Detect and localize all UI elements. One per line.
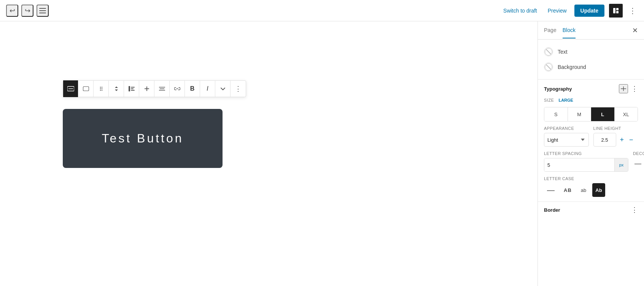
svg-rect-17	[131, 88, 134, 89]
letterspacing-decoration-row: LETTER SPACING px DECORATION — U S	[544, 151, 638, 172]
letter-spacing-input-wrap: px	[544, 158, 628, 172]
tab-block[interactable]: Block	[563, 22, 576, 38]
size-buttons-group: S M L XL	[544, 107, 638, 121]
toolbar-add[interactable]	[139, 80, 154, 97]
test-button-text: Test Button	[102, 131, 183, 145]
svg-point-13	[100, 90, 100, 91]
line-height-col: LINE HEIGHT + −	[593, 126, 638, 147]
tab-page[interactable]: Page	[544, 22, 557, 38]
size-btn-s[interactable]: S	[544, 107, 568, 121]
toolbar-italic[interactable]: I	[200, 80, 215, 97]
svg-rect-18	[131, 90, 135, 91]
appearance-lineheight-row: APPEARANCE Light Regular Medium Bold LIN…	[544, 126, 638, 147]
svg-rect-2	[39, 13, 46, 13]
background-color-swatch[interactable]	[544, 62, 553, 72]
main-content: B I ⋮ Test Button Page Block ✕	[0, 21, 644, 286]
letter-spacing-unit: px	[614, 158, 628, 171]
more-options-button[interactable]: ⋮	[627, 5, 638, 17]
case-none-button[interactable]: —	[544, 183, 558, 197]
preview-button[interactable]: Preview	[545, 5, 570, 16]
size-value: LARGE	[558, 98, 573, 102]
toolbar-right: Switch to draft Preview Update ⋮	[500, 4, 638, 18]
decoration-none-button[interactable]: —	[633, 158, 643, 169]
size-btn-xl[interactable]: XL	[615, 107, 638, 121]
toolbar-up-down[interactable]	[109, 80, 124, 97]
svg-rect-0	[39, 8, 46, 9]
typography-section: Typography ⋮ SIZE LARGE S	[538, 80, 644, 202]
decoration-col: DECORATION — U S	[633, 151, 644, 172]
line-height-control: + −	[593, 133, 638, 147]
decoration-label: DECORATION	[633, 151, 644, 156]
appearance-col: APPEARANCE Light Regular Medium Bold	[544, 126, 589, 147]
sidebar-tabs: Page Block ✕	[538, 21, 644, 40]
toolbar-align[interactable]	[154, 80, 170, 97]
svg-rect-4	[616, 8, 619, 10]
svg-rect-5	[616, 11, 619, 13]
color-text-item: Text	[544, 44, 638, 59]
letter-spacing-label: LETTER SPACING	[544, 151, 628, 156]
svg-rect-8	[83, 87, 89, 91]
border-more-button[interactable]: ⋮	[631, 206, 638, 213]
case-buttons: — AB ab Ab	[544, 183, 638, 197]
toolbar-more-block[interactable]: ⋮	[231, 80, 246, 97]
svg-point-11	[100, 88, 100, 89]
svg-point-10	[101, 87, 102, 88]
line-height-input[interactable]	[593, 133, 616, 147]
letter-spacing-col: LETTER SPACING px	[544, 151, 628, 172]
typography-reset-button[interactable]	[619, 84, 628, 93]
color-text-label: Text	[558, 49, 568, 55]
update-button[interactable]: Update	[574, 5, 604, 17]
toolbar-link[interactable]	[170, 80, 185, 97]
border-header: Border ⋮	[544, 206, 638, 213]
toolbar-button-style[interactable]	[78, 80, 94, 97]
border-title: Border	[544, 207, 560, 213]
color-background-item: Background	[544, 59, 638, 75]
undo-button[interactable]: ↩	[6, 5, 18, 17]
color-background-label: Background	[558, 64, 586, 70]
top-bar: ↩ ↪ Switch to draft Preview Update ⋮	[0, 0, 644, 21]
case-lowercase-button[interactable]: ab	[578, 183, 589, 197]
typography-header: Typography ⋮	[544, 84, 638, 93]
svg-rect-1	[39, 10, 46, 11]
line-height-increase-button[interactable]: +	[619, 136, 626, 144]
svg-point-12	[101, 88, 102, 89]
letter-case-label: LETTER CASE	[544, 176, 638, 181]
canvas: B I ⋮ Test Button	[0, 21, 537, 286]
svg-rect-3	[613, 8, 615, 13]
svg-rect-15	[129, 86, 130, 91]
svg-rect-16	[131, 87, 135, 88]
test-button-block[interactable]: Test Button	[63, 109, 223, 168]
right-sidebar: Page Block ✕ Text Background T	[537, 21, 644, 286]
size-label-row: SIZE LARGE	[544, 98, 638, 102]
toolbar-left: ↩ ↪	[6, 5, 49, 17]
toolbar-drag-handle[interactable]	[94, 80, 109, 97]
border-section: Border ⋮	[538, 202, 644, 218]
svg-point-9	[100, 87, 100, 88]
toolbar-block-type[interactable]	[63, 80, 78, 97]
toolbar-more-text[interactable]	[215, 80, 231, 97]
letter-case-section: LETTER CASE — AB ab Ab	[544, 176, 638, 197]
size-btn-m[interactable]: M	[568, 107, 592, 121]
redo-button[interactable]: ↪	[21, 5, 33, 17]
layout-button[interactable]	[609, 4, 623, 18]
case-uppercase-button[interactable]: AB	[561, 183, 575, 197]
text-color-swatch[interactable]	[544, 47, 553, 56]
line-height-decrease-button[interactable]: −	[628, 136, 635, 144]
line-height-label: LINE HEIGHT	[593, 126, 638, 131]
switch-to-draft-button[interactable]: Switch to draft	[500, 5, 540, 16]
block-toolbar: B I ⋮	[63, 80, 246, 97]
toolbar-bold[interactable]: B	[185, 80, 200, 97]
decoration-buttons: — U S	[633, 158, 644, 169]
size-btn-l[interactable]: L	[591, 107, 615, 121]
case-capitalize-button[interactable]: Ab	[592, 183, 605, 197]
appearance-select[interactable]: Light Regular Medium Bold	[544, 133, 589, 147]
size-label: SIZE	[544, 98, 554, 102]
tools-button[interactable]	[37, 5, 49, 17]
sidebar-close-button[interactable]: ✕	[632, 27, 638, 34]
appearance-label: APPEARANCE	[544, 126, 589, 131]
letter-spacing-input[interactable]	[544, 158, 614, 171]
typography-title: Typography	[544, 86, 572, 92]
color-section: Text Background	[538, 40, 644, 80]
toolbar-justify-left[interactable]	[124, 80, 139, 97]
typography-more-button[interactable]: ⋮	[631, 85, 638, 92]
